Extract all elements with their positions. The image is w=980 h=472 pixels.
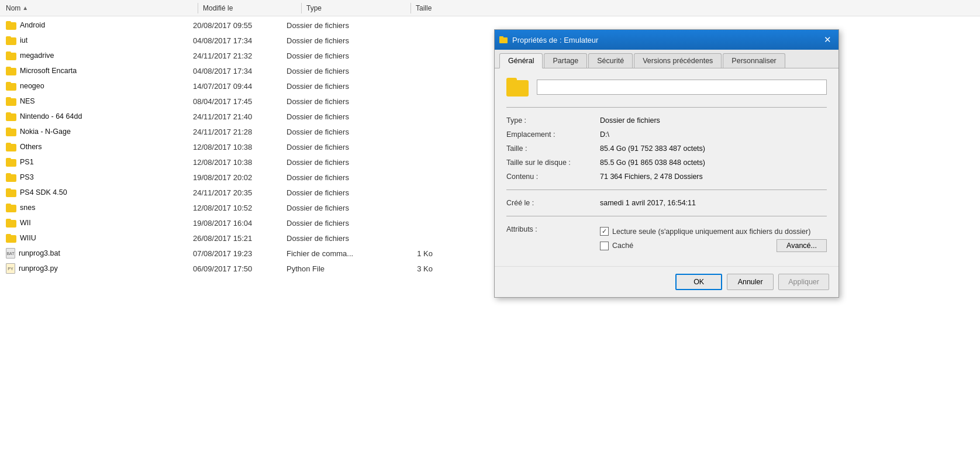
dialog-tab-personnaliser[interactable]: Personnaliser — [723, 53, 785, 68]
separator-2 — [506, 190, 827, 190]
col-separator-2 — [301, 3, 302, 13]
file-name: Microsoft Encarta — [20, 67, 77, 75]
col-separator-3 — [410, 3, 411, 13]
cell-modified: 19/08/2017 20:02 — [193, 173, 287, 182]
prop-value: Dossier de fichiers — [600, 116, 660, 125]
cell-name: Microsoft Encarta — [6, 67, 193, 75]
cell-name: iut — [6, 36, 193, 45]
cell-name: megadrive — [6, 51, 193, 60]
cell-modified: 26/08/2017 15:21 — [193, 234, 287, 243]
folder-icon — [6, 188, 16, 197]
cell-size: 1 Ko — [386, 249, 444, 258]
separator-1 — [506, 107, 827, 108]
created-row: Créé le : samedi 1 avril 2017, 16:54:11 — [506, 196, 827, 210]
cell-modified: 12/08/2017 10:38 — [193, 158, 287, 167]
cell-modified: 04/08/2017 17:34 — [193, 67, 287, 75]
cell-type: Dossier de fichiers — [287, 21, 386, 30]
prop-row: Contenu : 71 364 Fichiers, 2 478 Dossier… — [506, 170, 827, 184]
file-name: Android — [20, 21, 45, 29]
cell-type: Dossier de fichiers — [287, 51, 386, 60]
cancel-button[interactable]: Annuler — [727, 274, 774, 290]
cell-type: Dossier de fichiers — [287, 173, 386, 182]
big-folder-icon — [506, 78, 529, 97]
apply-button[interactable]: Appliquer — [778, 274, 829, 290]
properties-dialog[interactable]: Propriétés de : Emulateur ✕ GénéralParta… — [494, 29, 839, 298]
file-name: NES — [20, 97, 35, 105]
cell-modified: 08/04/2017 17:45 — [193, 97, 287, 106]
col-separator-1 — [198, 3, 198, 13]
cell-name: PY runprog3.py — [6, 263, 193, 274]
file-name: PS1 — [20, 158, 34, 166]
cell-modified: 14/07/2017 09:44 — [193, 82, 287, 91]
file-name: Others — [20, 143, 42, 151]
cell-name: Nokia - N-Gage — [6, 128, 193, 136]
cell-name: Android — [6, 21, 193, 30]
ok-button[interactable]: OK — [675, 274, 722, 290]
avance-button[interactable]: Avancé... — [777, 239, 827, 252]
readonly-checkbox[interactable] — [600, 227, 609, 236]
file-name: iut — [20, 36, 27, 44]
dialog-titlebar: Propriétés de : Emulateur ✕ — [495, 30, 838, 50]
cell-type: Dossier de fichiers — [287, 112, 386, 121]
file-name: megadrive — [20, 51, 54, 60]
dialog-tabs: GénéralPartageSécuritéVersions précédent… — [495, 50, 838, 68]
attributes-label: Attributs : — [506, 225, 600, 233]
dialog-tab-partage[interactable]: Partage — [544, 53, 587, 68]
cell-name: WIIU — [6, 234, 193, 243]
sort-arrow-icon: ▲ — [22, 5, 28, 11]
dialog-content: Type : Dossier de fichiers Emplacement :… — [495, 68, 838, 266]
column-size[interactable]: Taille — [416, 4, 474, 12]
attributes-row: Attributs : Lecture seule (s'applique un… — [506, 222, 827, 257]
prop-label: Emplacement : — [506, 130, 600, 139]
dialog-tab-général[interactable]: Général — [499, 53, 543, 68]
dialog-tab-versions-précédentes[interactable]: Versions précédentes — [634, 53, 722, 68]
hidden-checkbox[interactable] — [600, 242, 609, 250]
cell-type: Dossier de fichiers — [287, 36, 386, 45]
column-type[interactable]: Type — [306, 4, 406, 12]
file-name: snes — [20, 204, 35, 212]
file-name: runprog3.py — [19, 264, 58, 273]
prop-label: Taille sur le disque : — [506, 159, 600, 167]
cell-name: BAT runprog3.bat — [6, 248, 193, 259]
column-name[interactable]: Nom ▲ — [6, 4, 193, 12]
cell-type: Dossier de fichiers — [287, 128, 386, 136]
cell-type: Dossier de fichiers — [287, 219, 386, 228]
hidden-label: Caché — [612, 242, 633, 250]
cell-modified: 07/08/2017 19:23 — [193, 249, 287, 258]
prop-row: Type : Dossier de fichiers — [506, 113, 827, 128]
hidden-attr-row: Caché Avancé... — [600, 237, 827, 254]
dialog-close-button[interactable]: ✕ — [821, 33, 834, 46]
cell-modified: 20/08/2017 09:55 — [193, 21, 287, 30]
column-modified[interactable]: Modifié le — [203, 4, 296, 12]
folder-icon — [6, 67, 16, 75]
dialog-tab-sécurité[interactable]: Sécurité — [588, 53, 633, 68]
cell-name: PS1 — [6, 158, 193, 167]
folder-name-input[interactable] — [537, 80, 827, 95]
folder-name-row — [506, 78, 827, 97]
cell-modified: 12/08/2017 10:52 — [193, 204, 287, 212]
cell-type: Fichier de comma... — [287, 249, 386, 258]
cell-modified: 24/11/2017 21:28 — [193, 128, 287, 136]
folder-icon — [6, 219, 16, 228]
column-headers: Nom ▲ Modifié le Type Taille — [0, 0, 980, 16]
folder-icon — [6, 36, 16, 45]
cell-type: Python File — [287, 264, 386, 273]
cell-modified: 24/11/2017 21:40 — [193, 112, 287, 121]
prop-row: Emplacement : D:\ — [506, 128, 827, 142]
dialog-folder-icon — [499, 36, 508, 43]
cell-name: snes — [6, 204, 193, 212]
cell-type: Dossier de fichiers — [287, 158, 386, 167]
cell-name: PS4 SDK 4.50 — [6, 188, 193, 197]
cell-type: Dossier de fichiers — [287, 82, 386, 91]
cell-modified: 24/11/2017 21:32 — [193, 51, 287, 60]
readonly-label: Lecture seule (s'applique uniquement aux… — [612, 228, 810, 236]
folder-icon — [6, 128, 16, 136]
file-name: PS4 SDK 4.50 — [20, 188, 67, 197]
folder-icon — [6, 112, 16, 121]
cell-name: WII — [6, 219, 193, 228]
prop-label: Taille : — [506, 144, 600, 153]
cell-name: neogeo — [6, 82, 193, 91]
created-value: samedi 1 avril 2017, 16:54:11 — [600, 199, 696, 207]
py-icon: PY — [6, 263, 15, 274]
cell-modified: 06/09/2017 17:50 — [193, 264, 287, 273]
